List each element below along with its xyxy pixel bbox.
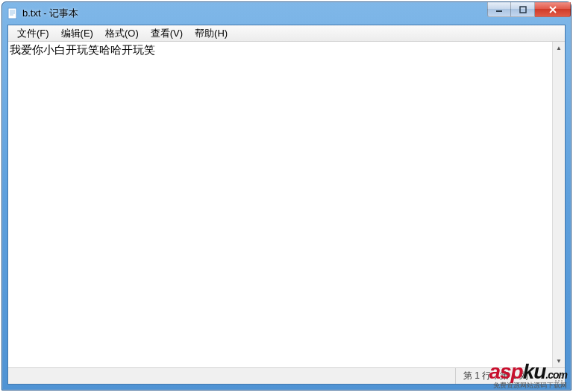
svg-point-12 xyxy=(555,380,557,382)
vertical-scrollbar[interactable]: ▲ ▼ xyxy=(552,42,565,367)
notepad-icon xyxy=(7,7,19,19)
menu-file[interactable]: 文件(F) xyxy=(11,25,55,42)
svg-point-7 xyxy=(561,374,563,376)
menu-view[interactable]: 查看(V) xyxy=(145,25,189,42)
close-button[interactable] xyxy=(535,2,571,17)
menu-help[interactable]: 帮助(H) xyxy=(189,25,234,42)
window-controls xyxy=(487,2,571,17)
resize-grip-icon[interactable] xyxy=(552,368,565,384)
svg-point-8 xyxy=(561,377,563,379)
menu-format[interactable]: 格式(O) xyxy=(99,25,145,42)
statusbar: 第 1 行，第 1 列 xyxy=(8,367,565,384)
scroll-down-icon[interactable]: ▼ xyxy=(553,355,566,367)
minimize-button[interactable] xyxy=(487,2,511,17)
window-title: b.txt - 记事本 xyxy=(22,7,78,20)
status-position: 第 1 行，第 1 列 xyxy=(455,368,552,384)
menubar: 文件(F) 编辑(E) 格式(O) 查看(V) 帮助(H) xyxy=(8,25,565,42)
svg-rect-6 xyxy=(520,7,526,13)
maximize-button[interactable] xyxy=(511,2,535,17)
client-area: 文件(F) 编辑(E) 格式(O) 查看(V) 帮助(H) 我爱你小白开玩笑哈哈… xyxy=(7,25,566,385)
menu-edit[interactable]: 编辑(E) xyxy=(55,25,99,42)
scroll-up-icon[interactable]: ▲ xyxy=(553,42,566,54)
svg-rect-5 xyxy=(496,10,502,12)
editor-wrap: 我爱你小白开玩笑哈哈开玩笑 ▲ ▼ xyxy=(8,42,565,367)
titlebar[interactable]: b.txt - 记事本 xyxy=(2,2,571,25)
app-window: b.txt - 记事本 文件(F) 编辑(E) 格式(O) 查看(V) 帮助(H… xyxy=(1,1,572,391)
text-editor[interactable]: 我爱你小白开玩笑哈哈开玩笑 xyxy=(8,42,552,367)
svg-point-10 xyxy=(561,380,563,382)
svg-point-9 xyxy=(558,377,560,379)
svg-point-11 xyxy=(558,380,560,382)
